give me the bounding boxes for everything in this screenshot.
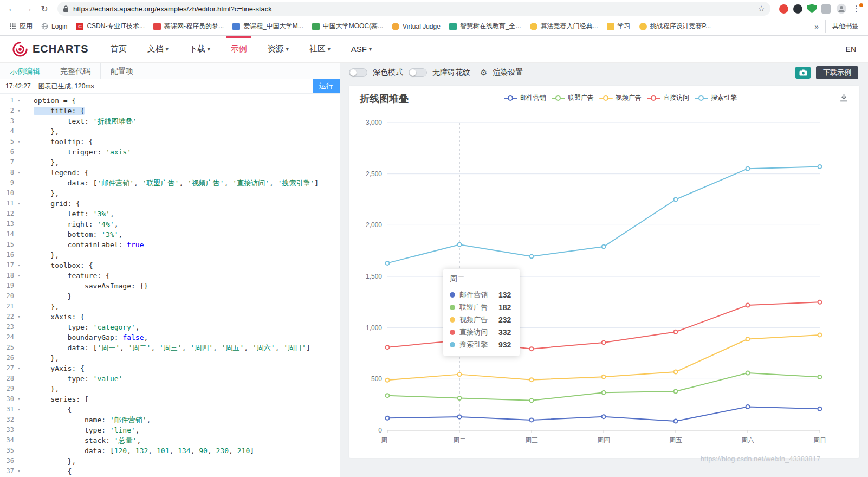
- code-line[interactable]: feature: {: [34, 270, 340, 281]
- fold-arrow-icon[interactable]: [14, 147, 24, 157]
- code-line[interactable]: type: 'category',: [34, 322, 340, 332]
- extension-red-icon[interactable]: [779, 4, 788, 14]
- fold-arrow-icon[interactable]: [14, 322, 24, 332]
- fold-arrow-icon[interactable]: [14, 229, 24, 240]
- fold-arrow-icon[interactable]: [14, 343, 24, 353]
- code-line[interactable]: data: [120, 132, 101, 134, 90, 230, 210]: [34, 446, 340, 456]
- editor-tab[interactable]: 配置项: [100, 63, 143, 79]
- echarts-logo[interactable]: ECHARTS: [12, 41, 89, 57]
- fold-arrow-icon[interactable]: [14, 425, 24, 435]
- nav-item-link[interactable]: 社区▾: [309, 36, 331, 62]
- gear-icon[interactable]: ⚙: [480, 68, 487, 78]
- nav-item-link[interactable]: 资源▾: [268, 36, 289, 62]
- code-line[interactable]: containLabel: true: [34, 240, 340, 250]
- code-line[interactable]: },: [34, 301, 340, 312]
- forward-button[interactable]: →: [22, 2, 35, 15]
- legend-item[interactable]: 视频广告: [599, 93, 642, 102]
- run-button[interactable]: 运行: [313, 79, 340, 93]
- render-settings-label[interactable]: 渲染设置: [493, 68, 523, 78]
- code-line[interactable]: stack: '总量',: [34, 435, 340, 446]
- code-line[interactable]: },: [34, 456, 340, 466]
- fold-arrow-icon[interactable]: ▾: [14, 167, 24, 178]
- bookmark-item[interactable]: 中国大学MOOC(慕...: [308, 20, 387, 33]
- fold-arrow-icon[interactable]: [14, 116, 24, 126]
- nav-item-link[interactable]: 首页: [111, 36, 127, 62]
- nav-item-link[interactable]: 下载▾: [189, 36, 210, 62]
- fold-arrow-icon[interactable]: [14, 157, 24, 167]
- fold-arrow-icon[interactable]: ▾: [14, 404, 24, 415]
- code-line[interactable]: option = {: [34, 95, 340, 106]
- code-line[interactable]: trigger: 'axis': [34, 147, 340, 157]
- code-line[interactable]: type: 'line',: [34, 425, 340, 435]
- code-line[interactable]: },: [34, 384, 340, 394]
- extension-dark-icon[interactable]: [793, 4, 802, 14]
- fold-arrow-icon[interactable]: [14, 415, 24, 425]
- fold-arrow-icon[interactable]: [14, 126, 24, 137]
- code-line[interactable]: },: [34, 353, 340, 363]
- fold-arrow-icon[interactable]: [14, 353, 24, 363]
- language-switch[interactable]: EN: [846, 45, 856, 54]
- code-line[interactable]: toolbox: {: [34, 260, 340, 270]
- nav-item-link[interactable]: 文档▾: [147, 36, 169, 62]
- fold-arrow-icon[interactable]: ▾: [14, 363, 24, 373]
- legend-item[interactable]: 联盟广告: [552, 93, 594, 102]
- fold-arrow-icon[interactable]: ▾: [14, 270, 24, 281]
- bookmark-star-icon[interactable]: ☆: [758, 4, 765, 14]
- fold-arrow-icon[interactable]: [14, 435, 24, 446]
- fold-arrow-icon[interactable]: ▾: [14, 137, 24, 147]
- legend-item[interactable]: 直接访问: [647, 93, 689, 102]
- dark-mode-toggle[interactable]: [349, 68, 367, 77]
- bookmark-item[interactable]: Virtual Judge: [388, 21, 444, 32]
- fold-arrow-icon[interactable]: [14, 209, 24, 219]
- editor-code[interactable]: option = { title: { text: '折线图堆叠' }, too…: [26, 95, 340, 477]
- save-as-image-icon[interactable]: [839, 93, 848, 105]
- address-bar[interactable]: https://echarts.apache.org/examples/zh/e…: [57, 2, 770, 16]
- back-button[interactable]: ←: [5, 2, 18, 15]
- code-line[interactable]: }: [34, 291, 340, 301]
- code-line[interactable]: },: [34, 126, 340, 137]
- fold-arrow-icon[interactable]: [14, 188, 24, 198]
- code-line[interactable]: yAxis: {: [34, 363, 340, 373]
- bookmark-item[interactable]: 应用: [5, 20, 36, 33]
- code-editor[interactable]: 1▾2▾345▾678▾91011▾121314151617▾18▾192021…: [0, 94, 340, 477]
- bookmark-item[interactable]: 算法竞赛入门经典...: [526, 20, 602, 33]
- code-line[interactable]: data: ['周一', '周二', '周三', '周四', '周五', '周六…: [34, 343, 340, 353]
- fold-arrow-icon[interactable]: ▾: [14, 394, 24, 404]
- refresh-button[interactable]: ↻: [38, 2, 51, 15]
- code-line[interactable]: legend: {: [34, 167, 340, 178]
- fold-arrow-icon[interactable]: [14, 219, 24, 229]
- fold-arrow-icon[interactable]: [14, 456, 24, 466]
- extension-shield-icon[interactable]: [807, 4, 817, 14]
- screenshot-button[interactable]: [795, 67, 811, 79]
- other-bookmarks-button[interactable]: 其他书签: [825, 20, 863, 33]
- fold-arrow-icon[interactable]: [14, 291, 24, 301]
- code-line[interactable]: bottom: '3%',: [34, 229, 340, 240]
- fold-arrow-icon[interactable]: [14, 281, 24, 291]
- bookmark-item[interactable]: CCSDN-专业IT技术...: [72, 20, 148, 33]
- decal-toggle[interactable]: [409, 68, 427, 77]
- code-line[interactable]: series: [: [34, 394, 340, 404]
- code-line[interactable]: {: [34, 466, 340, 476]
- code-line[interactable]: saveAsImage: {}: [34, 281, 340, 291]
- code-line[interactable]: text: '折线图堆叠': [34, 116, 340, 126]
- code-line[interactable]: grid: {: [34, 198, 340, 209]
- code-line[interactable]: type: 'value': [34, 373, 340, 384]
- code-line[interactable]: boundaryGap: false,: [34, 332, 340, 343]
- fold-arrow-icon[interactable]: ▾: [14, 260, 24, 270]
- fold-arrow-icon[interactable]: [14, 373, 24, 384]
- bookmark-item[interactable]: 学习: [603, 20, 634, 33]
- nav-item-active[interactable]: 示例: [231, 36, 247, 62]
- fold-arrow-icon[interactable]: [14, 250, 24, 260]
- bookmark-item[interactable]: 慕课网-程序员的梦...: [150, 20, 228, 33]
- fold-arrow-icon[interactable]: [14, 178, 24, 188]
- code-line[interactable]: {: [34, 404, 340, 415]
- code-line[interactable]: name: '邮件营销',: [34, 415, 340, 425]
- fold-arrow-icon[interactable]: ▾: [14, 198, 24, 209]
- fold-arrow-icon[interactable]: ▾: [14, 312, 24, 322]
- fold-arrow-icon[interactable]: [14, 240, 24, 250]
- code-line[interactable]: },: [34, 157, 340, 167]
- code-line[interactable]: },: [34, 250, 340, 260]
- editor-tab[interactable]: 完整代码: [50, 63, 100, 79]
- code-line[interactable]: data: ['邮件营销', '联盟广告', '视频广告', '直接访问', '…: [34, 178, 340, 188]
- bookmark-item[interactable]: 智慧树在线教育_全...: [445, 20, 525, 33]
